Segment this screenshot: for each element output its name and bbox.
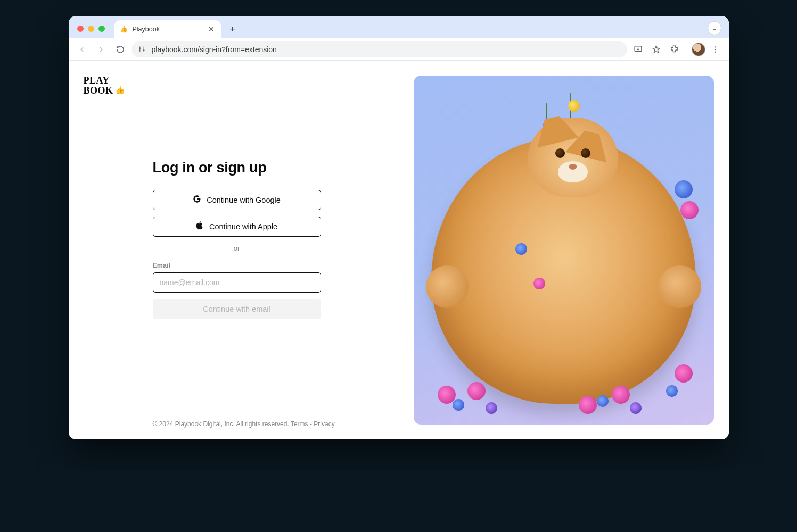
tabs-dropdown-button[interactable]: ⌄ — [708, 21, 721, 35]
cat-eye-icon — [581, 148, 590, 158]
nav-back-button[interactable] — [74, 41, 90, 57]
apple-button-label: Continue with Apple — [209, 222, 277, 231]
window-close-dot[interactable] — [77, 26, 84, 32]
toolbar: playbook.com/sign-in?from=extension — [69, 38, 729, 61]
google-icon — [193, 195, 201, 205]
address-url: playbook.com/sign-in?from=extension — [152, 45, 277, 54]
flower-icon — [438, 386, 456, 404]
form-title: Log in or sign up — [153, 160, 321, 176]
window-minimize-dot[interactable] — [88, 26, 94, 32]
window-zoom-dot[interactable] — [98, 26, 105, 32]
footer: © 2024 Playbook Digital, Inc. All rights… — [153, 420, 414, 428]
hero-illustration — [414, 76, 714, 425]
cat-eye-icon — [555, 148, 565, 158]
svg-point-4 — [714, 48, 716, 49]
tab-strip: 👍 Playbook ✕ + ⌄ — [69, 16, 729, 38]
address-bar[interactable]: playbook.com/sign-in?from=extension — [132, 41, 627, 57]
flower-icon — [597, 395, 609, 407]
separator-or: or — [153, 244, 321, 252]
footer-copyright: © 2024 Playbook Digital, Inc. All rights… — [153, 420, 289, 428]
auth-form: Log in or sign up Continue with Google C… — [153, 160, 321, 319]
tab-title: Playbook — [133, 26, 160, 33]
left-column: PLAY BOOK 👍 Log in or sign up Continue w… — [69, 61, 414, 439]
separator-label: or — [234, 244, 240, 252]
flower-icon — [630, 402, 642, 414]
playbook-logo[interactable]: PLAY BOOK 👍 — [84, 76, 126, 96]
svg-point-0 — [139, 47, 141, 49]
tab-close-icon[interactable]: ✕ — [207, 24, 216, 35]
flower-icon — [612, 386, 630, 404]
cat-head-icon — [528, 118, 618, 197]
email-input[interactable] — [153, 272, 321, 293]
flower-icon — [486, 402, 497, 414]
footer-dash: - — [310, 420, 312, 428]
nav-forward-button[interactable] — [93, 41, 109, 57]
install-app-icon[interactable] — [630, 41, 646, 57]
continue-with-google-button[interactable]: Continue with Google — [153, 190, 321, 210]
toolbar-divider — [687, 44, 687, 55]
tab-active[interactable]: 👍 Playbook ✕ — [114, 20, 221, 38]
page-content: PLAY BOOK 👍 Log in or sign up Continue w… — [69, 61, 729, 439]
email-label: Email — [153, 262, 321, 269]
bookmark-icon[interactable] — [648, 41, 664, 57]
traffic-lights — [77, 26, 105, 38]
new-tab-button[interactable]: + — [225, 22, 240, 37]
logo-line1: PLAY — [84, 76, 126, 86]
right-column — [414, 61, 729, 439]
apple-icon — [196, 221, 204, 232]
flower-icon — [515, 243, 527, 255]
toolbar-right — [630, 41, 724, 57]
footer-privacy-link[interactable]: Privacy — [314, 420, 334, 428]
svg-point-1 — [143, 49, 145, 51]
flower-icon — [467, 382, 486, 400]
extensions-icon[interactable] — [667, 41, 683, 57]
svg-point-3 — [714, 46, 716, 47]
flower-icon — [680, 201, 699, 219]
logo-line2: BOOK — [84, 86, 113, 96]
nav-reload-button[interactable] — [112, 41, 128, 57]
flower-icon — [675, 364, 693, 383]
continue-with-apple-button[interactable]: Continue with Apple — [153, 217, 321, 237]
playbook-favicon-icon: 👍 — [120, 25, 128, 34]
browser-window: 👍 Playbook ✕ + ⌄ playbook.com/sign-in?fr… — [69, 16, 729, 439]
svg-point-5 — [714, 51, 716, 52]
thumbs-up-icon: 👍 — [115, 86, 126, 95]
footer-terms-link[interactable]: Terms — [291, 420, 308, 428]
flower-icon — [579, 396, 597, 414]
overflow-menu-icon[interactable] — [708, 41, 724, 57]
flower-icon — [666, 385, 678, 397]
flower-icon — [675, 180, 693, 198]
continue-with-email-button[interactable]: Continue with email — [153, 299, 321, 319]
flower-icon — [453, 399, 464, 411]
google-button-label: Continue with Google — [207, 196, 281, 204]
cat-muzzle-icon — [558, 161, 588, 182]
profile-avatar[interactable] — [692, 43, 705, 56]
site-settings-icon[interactable] — [138, 45, 146, 54]
